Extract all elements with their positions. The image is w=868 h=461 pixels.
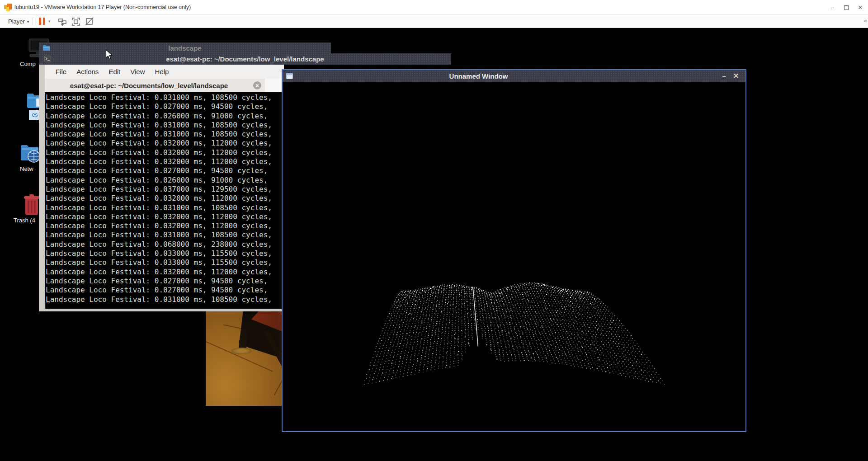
- terminal-line: Landscape Loco Festival: 0.031000 ms, 10…: [46, 295, 284, 304]
- terminal-line: Landscape Loco Festival: 0.026000 ms, 91…: [46, 176, 284, 185]
- tab-close-icon[interactable]: ✕: [253, 81, 261, 89]
- terminal-window: FileActionsEditViewHelp esat@esat-pc: ~/…: [39, 65, 284, 311]
- terminal-line: Landscape Loco Festival: 0.033000 ms, 11…: [46, 249, 284, 258]
- terminal-line: Landscape Loco Festival: 0.032000 ms, 11…: [46, 212, 284, 221]
- terminal-line: Landscape Loco Festival: 0.068000 ms, 23…: [46, 240, 284, 249]
- terminal-line: Landscape Loco Festival: 0.027000 ms, 94…: [46, 102, 284, 111]
- suspend-vm-button[interactable]: [39, 18, 47, 25]
- terminal-menubar: FileActionsEditViewHelp: [45, 65, 284, 79]
- viewer-window: Unnamed Window – ✕: [282, 69, 746, 432]
- window-icon: [286, 73, 293, 79]
- trash-icon-label: Trash (4: [14, 217, 35, 224]
- terminal-line: Landscape Loco Festival: 0.032000 ms, 11…: [46, 157, 284, 166]
- viewer-close-button[interactable]: ✕: [730, 72, 742, 80]
- terminal-tab[interactable]: esat@esat-pc: ~/Documents/low_level/land…: [45, 79, 265, 92]
- terminal-tabbar-empty: [265, 79, 284, 92]
- vmware-close-button[interactable]: ✕: [855, 3, 865, 13]
- network-icon-label: Netw: [20, 165, 33, 172]
- toolbar-separator: [33, 18, 33, 25]
- terminal-icon: [44, 56, 51, 62]
- terminal-menu-item[interactable]: View: [125, 68, 150, 75]
- terminal-line: Landscape Loco Festival: 0.037000 ms, 12…: [46, 185, 284, 194]
- terminal-line: Landscape Loco Festival: 0.027000 ms, 94…: [46, 166, 284, 175]
- terminal-line: Landscape Loco Festival: 0.032000 ms, 11…: [46, 148, 284, 157]
- viewer-window-title: Unnamed Window: [293, 72, 718, 80]
- terminal-line: Landscape Loco Festival: 0.031000 ms, 10…: [46, 121, 284, 130]
- terminal-menu-item[interactable]: Edit: [104, 68, 125, 75]
- terminal-line: Landscape Loco Festival: 0.031000 ms, 10…: [46, 230, 284, 240]
- computer-icon-label: Comp: [20, 61, 36, 67]
- viewer-minimize-button[interactable]: –: [718, 72, 730, 80]
- terminal-line: Landscape Loco Festival: 0.027000 ms, 94…: [46, 286, 284, 295]
- terminal-line: Landscape Loco Festival: 0.031000 ms, 10…: [46, 203, 284, 212]
- terminal-tab-title: esat@esat-pc: ~/Documents/low_level/land…: [45, 82, 253, 89]
- pause-icon: [39, 18, 41, 25]
- player-menu-button[interactable]: Player ▾: [5, 17, 32, 26]
- terminal-line: Landscape Loco Festival: 0.032000 ms, 11…: [46, 268, 284, 277]
- terminal-line: Landscape Loco Festival: 0.033000 ms, 11…: [46, 258, 284, 267]
- photo-window: [206, 311, 284, 406]
- fullscreen-icon[interactable]: [71, 17, 80, 26]
- pointcloud-render: [283, 82, 745, 432]
- pause-icon: [43, 18, 45, 25]
- viewer-titlebar[interactable]: Unnamed Window – ✕: [283, 70, 745, 82]
- terminal-window-titlebar[interactable]: esat@esat-pc: ~/Documents/low_level/land…: [39, 53, 451, 65]
- trash-desktop-icon[interactable]: [23, 193, 41, 216]
- terminal-line: Landscape Loco Festival: 0.031000 ms, 10…: [46, 93, 284, 102]
- vmware-maximize-button[interactable]: [841, 3, 851, 13]
- terminal-cursor: [46, 302, 50, 310]
- terminal-menu-item[interactable]: File: [51, 68, 71, 75]
- folder-icon: [42, 45, 50, 51]
- mouse-cursor: [105, 49, 113, 60]
- terminal-line: Landscape Loco Festival: 0.032000 ms, 11…: [46, 221, 284, 230]
- vmware-player-logo-icon: [4, 3, 12, 12]
- terminal-line: Landscape Loco Festival: 0.032000 ms, 11…: [46, 194, 284, 203]
- terminal-line: Landscape Loco Festival: 0.032000 ms, 11…: [46, 139, 284, 148]
- pause-dropdown-chevron-icon[interactable]: ▾: [48, 19, 51, 24]
- vmware-toolbar: Player ▾ ▾: [0, 15, 868, 28]
- chevron-down-icon: ▾: [27, 19, 29, 24]
- terminal-line: Landscape Loco Festival: 0.026000 ms, 91…: [46, 112, 284, 121]
- vmware-window-title: lubuntu19 - VMware Workstation 17 Player…: [14, 0, 191, 15]
- terminal-output[interactable]: Landscape Loco Festival: 0.031000 ms, 10…: [45, 92, 284, 309]
- vmware-minimize-button[interactable]: –: [827, 3, 837, 13]
- toolbar-collapse-icon[interactable]: «: [864, 18, 867, 24]
- landscape-window-titlebar[interactable]: landscape: [39, 42, 331, 53]
- maximize-icon: [844, 5, 849, 10]
- vmware-titlebar[interactable]: lubuntu19 - VMware Workstation 17 Player…: [0, 0, 868, 15]
- terminal-line: Landscape Loco Festival: 0.027000 ms, 94…: [46, 277, 284, 286]
- terminal-line: Landscape Loco Festival: 0.031000 ms, 10…: [46, 130, 284, 139]
- terminal-menu-item[interactable]: Help: [150, 68, 174, 75]
- landscape-window-title: landscape: [50, 44, 320, 52]
- chair-foot: [231, 348, 252, 354]
- unity-mode-icon[interactable]: [85, 17, 94, 26]
- terminal-menu-item[interactable]: Actions: [71, 68, 104, 75]
- network-desktop-icon[interactable]: [20, 142, 41, 164]
- terminal-tabbar: esat@esat-pc: ~/Documents/low_level/land…: [45, 79, 284, 92]
- send-to-monitors-icon[interactable]: [58, 17, 67, 26]
